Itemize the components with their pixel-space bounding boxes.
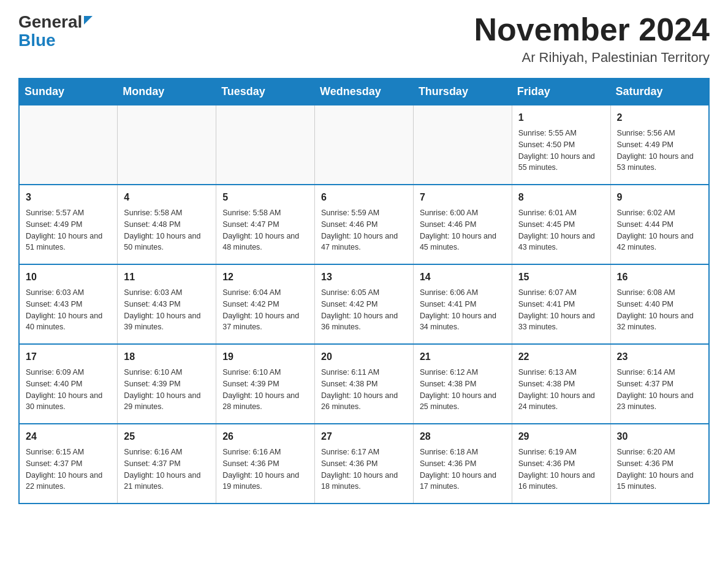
day-info: Sunrise: 6:10 AM Sunset: 4:39 PM Dayligh… [124, 367, 210, 413]
logo-arrow-icon [84, 16, 93, 25]
day-info: Sunrise: 5:59 AM Sunset: 4:46 PM Dayligh… [321, 207, 407, 253]
day-info: Sunrise: 6:09 AM Sunset: 4:40 PM Dayligh… [26, 367, 111, 413]
calendar-header-tuesday: Tuesday [216, 79, 315, 105]
day-info: Sunrise: 6:14 AM Sunset: 4:37 PM Dayligh… [617, 367, 702, 413]
day-number: 18 [124, 350, 210, 364]
day-number: 1 [518, 110, 604, 125]
day-info: Sunrise: 5:56 AM Sunset: 4:49 PM Dayligh… [617, 128, 702, 174]
day-info: Sunrise: 6:07 AM Sunset: 4:41 PM Dayligh… [518, 287, 604, 333]
calendar-cell: 2Sunrise: 5:56 AM Sunset: 4:49 PM Daylig… [610, 105, 709, 185]
calendar-cell: 3Sunrise: 5:57 AM Sunset: 4:49 PM Daylig… [19, 185, 118, 264]
day-info: Sunrise: 6:20 AM Sunset: 4:36 PM Dayligh… [617, 446, 702, 492]
calendar-cell: 24Sunrise: 6:15 AM Sunset: 4:37 PM Dayli… [19, 424, 118, 504]
day-number: 16 [617, 270, 702, 285]
day-number: 20 [321, 350, 407, 364]
calendar-cell: 30Sunrise: 6:20 AM Sunset: 4:36 PM Dayli… [610, 424, 709, 504]
calendar-cell: 21Sunrise: 6:12 AM Sunset: 4:38 PM Dayli… [413, 344, 512, 424]
day-info: Sunrise: 6:03 AM Sunset: 4:43 PM Dayligh… [124, 287, 210, 333]
calendar-header-saturday: Saturday [610, 79, 709, 105]
day-number: 24 [26, 429, 111, 444]
calendar-week-row: 3Sunrise: 5:57 AM Sunset: 4:49 PM Daylig… [19, 185, 709, 264]
calendar-week-row: 17Sunrise: 6:09 AM Sunset: 4:40 PM Dayli… [19, 344, 709, 424]
calendar-cell: 9Sunrise: 6:02 AM Sunset: 4:44 PM Daylig… [610, 185, 709, 264]
calendar-cell: 23Sunrise: 6:14 AM Sunset: 4:37 PM Dayli… [610, 344, 709, 424]
day-number: 7 [420, 190, 506, 205]
calendar-cell: 4Sunrise: 5:58 AM Sunset: 4:48 PM Daylig… [118, 185, 216, 264]
calendar-cell [216, 105, 315, 185]
day-number: 21 [420, 350, 506, 364]
day-info: Sunrise: 6:02 AM Sunset: 4:44 PM Dayligh… [617, 207, 702, 253]
day-info: Sunrise: 6:19 AM Sunset: 4:36 PM Dayligh… [518, 446, 604, 492]
calendar-week-row: 10Sunrise: 6:03 AM Sunset: 4:43 PM Dayli… [19, 264, 709, 344]
calendar-cell [413, 105, 512, 185]
location-subtitle: Ar Rihiyah, Palestinian Territory [474, 50, 710, 66]
calendar-cell: 28Sunrise: 6:18 AM Sunset: 4:36 PM Dayli… [413, 424, 512, 504]
calendar-cell: 13Sunrise: 6:05 AM Sunset: 4:42 PM Dayli… [315, 264, 414, 344]
day-info: Sunrise: 6:10 AM Sunset: 4:39 PM Dayligh… [222, 367, 308, 413]
logo: General Blue [18, 12, 93, 50]
calendar-header-friday: Friday [512, 79, 610, 105]
calendar-cell: 1Sunrise: 5:55 AM Sunset: 4:50 PM Daylig… [512, 105, 610, 185]
calendar-header-row: SundayMondayTuesdayWednesdayThursdayFrid… [19, 79, 709, 105]
day-number: 14 [420, 270, 506, 285]
day-number: 27 [321, 429, 407, 444]
day-number: 25 [124, 429, 210, 444]
calendar-week-row: 1Sunrise: 5:55 AM Sunset: 4:50 PM Daylig… [19, 105, 709, 185]
day-info: Sunrise: 5:57 AM Sunset: 4:49 PM Dayligh… [26, 207, 111, 253]
day-number: 3 [26, 190, 111, 205]
day-info: Sunrise: 6:01 AM Sunset: 4:45 PM Dayligh… [518, 207, 604, 253]
day-info: Sunrise: 6:18 AM Sunset: 4:36 PM Dayligh… [420, 446, 506, 492]
day-number: 15 [518, 270, 604, 285]
month-title: November 2024 [474, 12, 710, 47]
day-number: 26 [222, 429, 308, 444]
calendar-cell: 19Sunrise: 6:10 AM Sunset: 4:39 PM Dayli… [216, 344, 315, 424]
day-info: Sunrise: 6:12 AM Sunset: 4:38 PM Dayligh… [420, 367, 506, 413]
day-info: Sunrise: 6:17 AM Sunset: 4:36 PM Dayligh… [321, 446, 407, 492]
page-header: General Blue November 2024 Ar Rihiyah, P… [18, 12, 710, 66]
day-number: 19 [222, 350, 308, 364]
calendar-cell: 8Sunrise: 6:01 AM Sunset: 4:45 PM Daylig… [512, 185, 610, 264]
calendar-cell: 10Sunrise: 6:03 AM Sunset: 4:43 PM Dayli… [19, 264, 118, 344]
day-info: Sunrise: 6:00 AM Sunset: 4:46 PM Dayligh… [420, 207, 506, 253]
day-info: Sunrise: 6:11 AM Sunset: 4:38 PM Dayligh… [321, 367, 407, 413]
day-number: 22 [518, 350, 604, 364]
day-number: 11 [124, 270, 210, 285]
day-number: 8 [518, 190, 604, 205]
day-info: Sunrise: 6:03 AM Sunset: 4:43 PM Dayligh… [26, 287, 111, 333]
calendar-cell: 27Sunrise: 6:17 AM Sunset: 4:36 PM Dayli… [315, 424, 414, 504]
calendar-table: SundayMondayTuesdayWednesdayThursdayFrid… [18, 78, 710, 504]
calendar-cell: 11Sunrise: 6:03 AM Sunset: 4:43 PM Dayli… [118, 264, 216, 344]
calendar-header-monday: Monday [118, 79, 216, 105]
day-info: Sunrise: 5:58 AM Sunset: 4:48 PM Dayligh… [124, 207, 210, 253]
calendar-cell: 15Sunrise: 6:07 AM Sunset: 4:41 PM Dayli… [512, 264, 610, 344]
day-number: 23 [617, 350, 702, 364]
day-number: 4 [124, 190, 210, 205]
calendar-cell: 18Sunrise: 6:10 AM Sunset: 4:39 PM Dayli… [118, 344, 216, 424]
title-block: November 2024 Ar Rihiyah, Palestinian Te… [474, 12, 710, 66]
calendar-cell: 17Sunrise: 6:09 AM Sunset: 4:40 PM Dayli… [19, 344, 118, 424]
calendar-cell: 25Sunrise: 6:16 AM Sunset: 4:37 PM Dayli… [118, 424, 216, 504]
calendar-cell [19, 105, 118, 185]
calendar-cell: 16Sunrise: 6:08 AM Sunset: 4:40 PM Dayli… [610, 264, 709, 344]
day-info: Sunrise: 5:55 AM Sunset: 4:50 PM Dayligh… [518, 128, 604, 174]
calendar-cell: 12Sunrise: 6:04 AM Sunset: 4:42 PM Dayli… [216, 264, 315, 344]
day-number: 10 [26, 270, 111, 285]
day-number: 5 [222, 190, 308, 205]
calendar-cell: 29Sunrise: 6:19 AM Sunset: 4:36 PM Dayli… [512, 424, 610, 504]
day-info: Sunrise: 6:08 AM Sunset: 4:40 PM Dayligh… [617, 287, 702, 333]
calendar-cell: 20Sunrise: 6:11 AM Sunset: 4:38 PM Dayli… [315, 344, 414, 424]
day-info: Sunrise: 6:06 AM Sunset: 4:41 PM Dayligh… [420, 287, 506, 333]
day-info: Sunrise: 6:04 AM Sunset: 4:42 PM Dayligh… [222, 287, 308, 333]
calendar-cell: 26Sunrise: 6:16 AM Sunset: 4:36 PM Dayli… [216, 424, 315, 504]
day-info: Sunrise: 6:15 AM Sunset: 4:37 PM Dayligh… [26, 446, 111, 492]
day-number: 6 [321, 190, 407, 205]
logo-blue-text: Blue [18, 31, 56, 50]
day-number: 2 [617, 110, 702, 125]
calendar-cell: 14Sunrise: 6:06 AM Sunset: 4:41 PM Dayli… [413, 264, 512, 344]
calendar-cell: 6Sunrise: 5:59 AM Sunset: 4:46 PM Daylig… [315, 185, 414, 264]
day-info: Sunrise: 6:13 AM Sunset: 4:38 PM Dayligh… [518, 367, 604, 413]
calendar-header-thursday: Thursday [413, 79, 512, 105]
day-number: 12 [222, 270, 308, 285]
calendar-cell [315, 105, 414, 185]
day-number: 29 [518, 429, 604, 444]
